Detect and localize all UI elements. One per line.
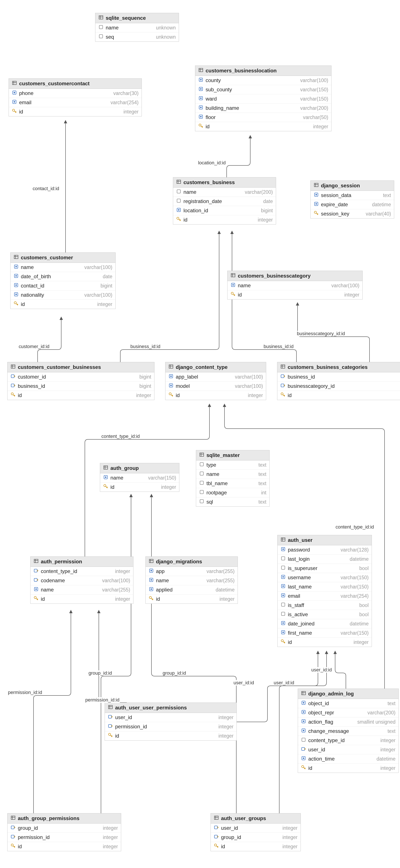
table-auth_group[interactable]: auth_groupnamevarchar(150)idinteger — [100, 463, 179, 492]
column-first_name[interactable]: first_namevarchar(150) — [278, 628, 372, 638]
column-applied[interactable]: applieddatetime — [146, 585, 238, 594]
column-email[interactable]: emailvarchar(254) — [9, 98, 142, 107]
table-django_content_type[interactable]: django_content_typeapp_labelvarchar(100)… — [165, 362, 266, 400]
table-header[interactable]: auth_group_permissions — [7, 813, 121, 824]
column-content_type_id[interactable]: content_type_idinteger — [31, 567, 133, 576]
column-tbl_name[interactable]: tbl_nametext — [196, 479, 269, 488]
table-header[interactable]: auth_user_groups — [211, 813, 301, 824]
column-permission_id[interactable]: permission_idinteger — [105, 722, 237, 731]
column-id[interactable]: idinteger — [227, 290, 362, 299]
column-ward[interactable]: wardvarchar(150) — [195, 94, 331, 103]
column-id[interactable]: idinteger — [165, 391, 266, 400]
table-header[interactable]: customers_businesslocation — [195, 66, 331, 76]
column-app[interactable]: appvarchar(255) — [146, 567, 238, 576]
column-county[interactable]: countyvarchar(100) — [195, 76, 331, 85]
table-django_session[interactable]: django_sessionsession_datatextexpire_dat… — [310, 181, 394, 218]
column-user_id[interactable]: user_idinteger — [298, 745, 399, 754]
column-action_flag[interactable]: action_flagsmallint unsigned — [298, 717, 399, 726]
table-customers_customer[interactable]: customers_customernamevarchar(100)date_o… — [10, 252, 116, 309]
column-last_name[interactable]: last_namevarchar(150) — [278, 582, 372, 591]
column-id[interactable]: idinteger — [298, 764, 399, 773]
table-auth_user[interactable]: auth_userpasswordvarchar(128)last_logind… — [277, 535, 372, 647]
column-content_type_id[interactable]: content_type_idinteger — [298, 736, 399, 745]
column-id[interactable]: idinteger — [7, 842, 121, 851]
table-django_migrations[interactable]: django_migrationsappvarchar(255)namevarc… — [146, 556, 238, 604]
table-customers_customer_businesses[interactable]: customers_customer_businessescustomer_id… — [7, 362, 154, 400]
table-header[interactable]: auth_user_user_permissions — [105, 703, 237, 713]
column-codename[interactable]: codenamevarchar(100) — [31, 576, 133, 585]
column-registration_date[interactable]: registration_datedate — [173, 197, 276, 206]
column-date_joined[interactable]: date_joineddatetime — [278, 619, 372, 628]
table-sqlite_master[interactable]: sqlite_mastertypetextnametexttbl_nametex… — [196, 450, 270, 507]
table-header[interactable]: sqlite_master — [196, 450, 269, 460]
column-businesscategory_id[interactable]: businesscategory_idbigint — [277, 381, 400, 391]
column-name[interactable]: namevarchar(200) — [173, 188, 276, 197]
column-name[interactable]: nameunknown — [95, 23, 179, 32]
column-id[interactable]: idinteger — [146, 594, 238, 603]
column-name[interactable]: namevarchar(100) — [10, 263, 115, 272]
column-app_label[interactable]: app_labelvarchar(100) — [165, 372, 266, 381]
column-sub_county[interactable]: sub_countyvarchar(150) — [195, 85, 331, 94]
table-auth_user_user_permissions[interactable]: auth_user_user_permissionsuser_idinteger… — [104, 703, 237, 741]
column-business_id[interactable]: business_idbigint — [7, 381, 154, 391]
column-email[interactable]: emailvarchar(254) — [278, 591, 372, 601]
column-phone[interactable]: phonevarchar(30) — [9, 89, 142, 98]
column-nationality[interactable]: nationalityvarchar(100) — [10, 290, 115, 300]
column-id[interactable]: idinteger — [173, 215, 276, 224]
column-permission_id[interactable]: permission_idinteger — [7, 833, 121, 842]
table-customers_businesscategory[interactable]: customers_businesscategorynamevarchar(10… — [227, 271, 363, 300]
table-header[interactable]: customers_business_categories — [277, 362, 400, 372]
column-name[interactable]: nametext — [196, 470, 269, 479]
column-is_superuser[interactable]: is_superuserbool — [278, 564, 372, 573]
column-name[interactable]: namevarchar(150) — [100, 473, 179, 483]
table-header[interactable]: customers_businesscategory — [227, 271, 362, 281]
column-name[interactable]: namevarchar(255) — [31, 585, 133, 594]
column-seq[interactable]: sequnknown — [95, 32, 179, 41]
column-user_id[interactable]: user_idinteger — [105, 713, 237, 722]
column-floor[interactable]: floorvarchar(50) — [195, 113, 331, 122]
table-header[interactable]: django_migrations — [146, 557, 238, 567]
table-customers_business_categories[interactable]: customers_business_categoriesbusiness_id… — [277, 362, 400, 400]
table-header[interactable]: auth_group — [100, 463, 179, 473]
column-customer_id[interactable]: customer_idbigint — [7, 372, 154, 381]
column-id[interactable]: idinteger — [105, 731, 237, 740]
column-group_id[interactable]: group_idinteger — [7, 824, 121, 833]
column-rootpage[interactable]: rootpageint — [196, 488, 269, 497]
table-auth_permission[interactable]: auth_permissioncontent_type_idintegercod… — [30, 556, 133, 604]
column-date_of_birth[interactable]: date_of_birthdate — [10, 272, 115, 281]
column-contact_id[interactable]: contact_idbigint — [10, 281, 115, 290]
column-id[interactable]: idinteger — [7, 391, 154, 400]
column-id[interactable]: idinteger — [211, 842, 301, 851]
column-last_login[interactable]: last_logindatetime — [278, 555, 372, 564]
column-object_id[interactable]: object_idtext — [298, 699, 399, 708]
table-sqlite_sequence[interactable]: sqlite_sequencenameunknownsequnknown — [95, 13, 179, 42]
column-password[interactable]: passwordvarchar(128) — [278, 545, 372, 555]
table-header[interactable]: customers_customer_businesses — [7, 362, 154, 372]
table-header[interactable]: auth_permission — [31, 557, 133, 567]
column-is_active[interactable]: is_activebool — [278, 610, 372, 619]
column-id[interactable]: idinteger — [277, 391, 400, 400]
table-customers_businesslocation[interactable]: customers_businesslocationcountyvarchar(… — [195, 65, 332, 131]
column-action_time[interactable]: action_timedatetime — [298, 754, 399, 764]
column-id[interactable]: idinteger — [278, 638, 372, 647]
column-building_name[interactable]: building_namevarchar(200) — [195, 103, 331, 113]
column-expire_date[interactable]: expire_datedatetime — [311, 200, 394, 209]
column-change_message[interactable]: change_messagetext — [298, 726, 399, 736]
column-id[interactable]: idinteger — [31, 594, 133, 603]
table-customers_customercontact[interactable]: customers_customercontactphonevarchar(30… — [8, 79, 142, 117]
column-user_id[interactable]: user_idinteger — [211, 824, 301, 833]
table-header[interactable]: auth_user — [278, 535, 372, 545]
table-header[interactable]: django_content_type — [165, 362, 266, 372]
column-is_staff[interactable]: is_staffbool — [278, 601, 372, 610]
column-name[interactable]: namevarchar(255) — [146, 576, 238, 585]
table-customers_business[interactable]: customers_businessnamevarchar(200)regist… — [173, 177, 276, 224]
column-object_repr[interactable]: object_reprvarchar(200) — [298, 708, 399, 717]
column-session_key[interactable]: session_keyvarchar(40) — [311, 209, 394, 218]
table-header[interactable]: django_session — [311, 181, 394, 191]
column-username[interactable]: usernamevarchar(150) — [278, 573, 372, 582]
column-id[interactable]: idinteger — [195, 122, 331, 131]
table-header[interactable]: sqlite_sequence — [95, 13, 179, 23]
column-model[interactable]: modelvarchar(100) — [165, 381, 266, 391]
column-id[interactable]: idinteger — [9, 107, 142, 116]
column-name[interactable]: namevarchar(100) — [227, 281, 362, 290]
